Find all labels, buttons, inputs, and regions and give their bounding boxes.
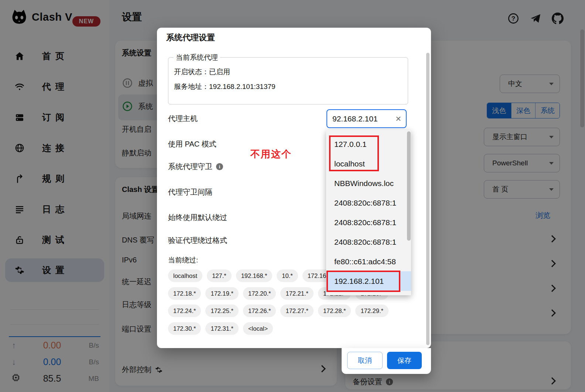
bypass-chip: 172.29.* <box>355 305 388 317</box>
bypass-chip: 172.20.* <box>243 287 276 300</box>
bypass-chip: 10.* <box>277 269 298 282</box>
dialog-scrollbar-thumb[interactable] <box>426 53 430 345</box>
annotation-box <box>329 135 379 171</box>
save-button[interactable]: 保存 <box>387 352 422 369</box>
clear-icon[interactable]: ✕ <box>395 115 401 123</box>
guard-interval-label: 代理守卫间隔 <box>168 187 212 197</box>
dropdown-option[interactable]: fe80::c61:adc4:58 <box>326 252 411 271</box>
proxy-host-label: 代理主机 <box>168 114 198 124</box>
bypass-chip-row: 172.24.* 172.25.* 172.26.* 172.27.* 172.… <box>168 305 389 317</box>
bypass-chip: 172.26.* <box>243 305 276 317</box>
default-bypass-label: 始终使用默认绕过 <box>168 213 227 223</box>
bypass-chip: <local> <box>243 322 273 335</box>
info-icon: i <box>216 163 223 170</box>
bypass-chip: 127.* <box>207 269 232 282</box>
proxy-host-input[interactable] <box>332 114 391 123</box>
dialog-title: 系统代理设置 <box>166 32 215 43</box>
bypass-chip: 172.27.* <box>280 305 313 317</box>
dropdown-option[interactable]: 2408:820c:6878:1 <box>326 213 411 232</box>
app-window: Clash V NEW 首页 代理 订阅 连接 规则 <box>0 0 585 392</box>
bypass-chip: 172.25.* <box>205 305 238 317</box>
bypass-chip: 172.31.* <box>205 322 238 335</box>
proxy-host-field: ✕ <box>326 109 407 128</box>
proxy-server-value: 192.168.2.101:31379 <box>209 83 276 90</box>
bypass-chip: 172.30.* <box>168 322 201 335</box>
proxy-status-value: 已启用 <box>209 68 230 76</box>
dropdown-option[interactable]: 2408:820c:6878:1 <box>326 232 411 252</box>
annotation-note: 不用这个 <box>250 148 292 161</box>
cancel-button[interactable]: 取消 <box>347 352 383 369</box>
proxy-status-line: 开启状态：已启用 <box>174 67 230 77</box>
current-proxy-fieldset: 当前系统代理 开启状态：已启用 服务地址：192.168.2.101:31379 <box>168 57 408 104</box>
bypass-chip-row: 172.30.* 172.31.* <local> <box>168 322 273 335</box>
dialog-footer: 取消 保存 <box>342 348 431 374</box>
bypass-chip: 172.21.* <box>280 287 313 300</box>
bypass-chip: 172.24.* <box>168 305 201 317</box>
dropdown-option[interactable]: 2408:820c:6878:1 <box>326 193 411 213</box>
bypass-chip: 172.19.* <box>205 287 238 300</box>
current-bypass-label: 当前绕过: <box>168 255 198 265</box>
fieldset-legend: 当前系统代理 <box>174 53 220 62</box>
annotation-box <box>326 271 400 292</box>
bypass-chip: 172.28.* <box>318 305 351 317</box>
bypass-chip: 192.168.* <box>236 269 273 282</box>
validate-format-label: 验证代理绕过格式 <box>168 235 227 245</box>
pac-mode-label: 使用 PAC 模式 <box>168 139 216 149</box>
dropdown-scrollbar-thumb[interactable] <box>407 131 411 241</box>
proxy-server-line: 服务地址：192.168.2.101:31379 <box>174 82 276 92</box>
proxy-guard-label: 系统代理守卫 i <box>168 162 223 172</box>
bypass-chip: 172.18.* <box>168 287 201 300</box>
bypass-chip: localhost <box>168 269 202 282</box>
dropdown-option[interactable]: NBBWindows.loc <box>326 173 411 193</box>
